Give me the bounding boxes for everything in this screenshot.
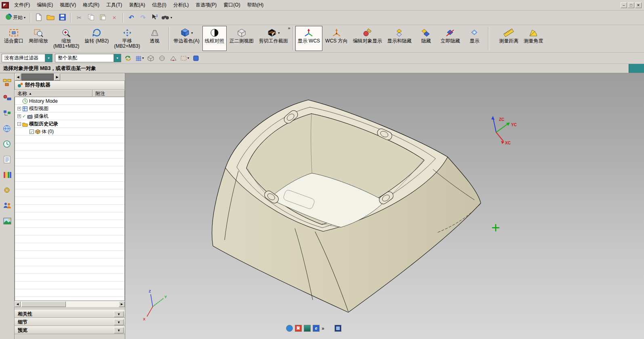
undo-button[interactable]: ↶ bbox=[126, 13, 137, 23]
delete-button[interactable]: ✕ bbox=[109, 13, 120, 23]
binoculars-button[interactable]: ▾ bbox=[161, 13, 172, 23]
web-browser-icon[interactable] bbox=[2, 124, 12, 133]
save-button[interactable] bbox=[57, 13, 67, 23]
combo-dropdown-icon[interactable]: ▾ bbox=[114, 54, 121, 62]
hide-button[interactable]: 隐藏 bbox=[414, 26, 438, 51]
expand-plus-icon[interactable]: + bbox=[17, 107, 21, 110]
grid-snap-icon[interactable]: ▾ bbox=[135, 54, 144, 63]
graphics-viewport[interactable]: ZC YC XC Z Y X bbox=[125, 73, 644, 339]
copy-button[interactable] bbox=[86, 13, 96, 23]
clip-section-button[interactable]: » ▾ 剪切工作截面 bbox=[257, 26, 290, 51]
part-navigator-icon[interactable] bbox=[2, 109, 12, 118]
rect-select-icon[interactable]: ▾ bbox=[180, 54, 189, 63]
wireframe-contrast-button[interactable]: 线框对照 bbox=[202, 26, 227, 51]
section-preview[interactable]: 预览 ∨ bbox=[15, 326, 125, 334]
mid-snap-icon[interactable] bbox=[169, 54, 178, 63]
section-expand-button[interactable]: ∨ bbox=[114, 311, 124, 317]
wcs-triad[interactable]: ZC YC XC bbox=[491, 116, 517, 145]
select-info-button[interactable]: i bbox=[149, 13, 160, 23]
scroll-left-arrow[interactable]: ◀ bbox=[15, 301, 21, 307]
section-dependencies[interactable]: 相关性 ∨ bbox=[15, 310, 125, 318]
column-header-name[interactable]: 名称 ▲ bbox=[15, 90, 93, 97]
process-tools-icon[interactable] bbox=[2, 186, 12, 195]
qq-app-icon[interactable]: 聚 bbox=[295, 325, 302, 332]
new-file-button[interactable] bbox=[34, 13, 44, 23]
fit-window-button[interactable]: 适合窗口 bbox=[2, 26, 26, 51]
menu-view[interactable]: 视图(V) bbox=[57, 0, 79, 10]
menu-tools[interactable]: 工具(T) bbox=[103, 0, 125, 10]
tree-row-body[interactable]: ✓ 体 (0) bbox=[15, 128, 124, 136]
zoom-area-button[interactable]: 局部缩放 bbox=[26, 26, 51, 51]
menu-format[interactable]: 格式(R) bbox=[80, 0, 103, 10]
paste-button[interactable] bbox=[97, 13, 108, 23]
section-expand-button[interactable]: ∨ bbox=[114, 327, 124, 333]
menu-assemblies[interactable]: 装配(A) bbox=[126, 0, 148, 10]
navigator-horizontal-scrollbar[interactable]: ◀ ▶ bbox=[15, 301, 125, 307]
media-app-icon[interactable] bbox=[304, 325, 311, 332]
menu-edit[interactable]: 编辑(E) bbox=[34, 0, 56, 10]
sphere-snap-icon[interactable] bbox=[158, 54, 166, 63]
measure-distance-button[interactable]: 测量距离 bbox=[497, 26, 521, 51]
tree-row-model-history[interactable]: - 模型历史记录 bbox=[15, 120, 124, 128]
measure-angle-button[interactable]: 测量角度 bbox=[521, 26, 545, 51]
rotate-button[interactable]: 旋转 (MB2) bbox=[82, 26, 111, 51]
column-header-note[interactable]: 附注 bbox=[93, 90, 125, 97]
restore-button[interactable]: □ bbox=[628, 2, 634, 8]
history-palette-icon[interactable] bbox=[2, 140, 12, 148]
menu-file[interactable]: 文件(F) bbox=[11, 0, 33, 10]
information-list-icon[interactable] bbox=[2, 155, 12, 164]
hide-now-button[interactable]: 立即隐藏 bbox=[438, 26, 462, 51]
scrollbar-thumb[interactable] bbox=[21, 301, 66, 307]
tab-scroll-left-button[interactable]: ◀ bbox=[15, 74, 21, 81]
window-app-icon[interactable] bbox=[335, 325, 341, 332]
docked-panel-handle[interactable] bbox=[629, 64, 644, 73]
tree-row-history-mode[interactable]: History Mode bbox=[15, 97, 124, 105]
combo-dropdown-icon[interactable]: ▾ bbox=[45, 54, 52, 62]
snap-settings-icon[interactable] bbox=[124, 54, 133, 63]
close-button[interactable]: ✕ bbox=[635, 2, 642, 8]
expand-plus-icon[interactable]: + bbox=[17, 114, 21, 118]
redo-button[interactable]: ↷ bbox=[138, 13, 148, 23]
shaded-with-edges-button[interactable]: ▾ 带边着色(A) bbox=[171, 26, 202, 51]
open-button[interactable] bbox=[45, 13, 56, 23]
toolbar-overflow-icon[interactable]: » bbox=[288, 25, 290, 30]
3d-model-canvas[interactable]: ZC YC XC Z Y X bbox=[125, 73, 644, 339]
stop-selection-icon[interactable] bbox=[192, 54, 200, 63]
tree-row-model-views[interactable]: + 模型视图 bbox=[15, 105, 124, 112]
minimize-button[interactable]: – bbox=[621, 2, 627, 8]
show-wcs-button[interactable]: 显示 WCS bbox=[295, 26, 322, 51]
browser-icon[interactable]: e bbox=[313, 325, 320, 332]
tab-scroll-right-button[interactable]: ▶ bbox=[54, 74, 60, 81]
menu-preferences[interactable]: 首选项(P) bbox=[192, 0, 220, 10]
roles-icon[interactable] bbox=[2, 201, 12, 210]
menu-window[interactable]: 窗口(O) bbox=[220, 0, 243, 10]
menu-analysis[interactable]: 分析(L) bbox=[170, 0, 192, 10]
tree-row-cameras[interactable]: + ✓ 摄像机 bbox=[15, 112, 124, 120]
edit-object-display-button[interactable]: 编辑对象显示 bbox=[350, 26, 384, 51]
assembly-navigator-icon[interactable] bbox=[2, 78, 12, 87]
collapsed-tab[interactable] bbox=[21, 74, 54, 81]
navigator-tree[interactable]: History Mode + 模型视图 + ✓ 摄像机 - 模型历史记录 bbox=[15, 97, 125, 301]
section-details[interactable]: 细节 ∨ bbox=[15, 318, 125, 326]
scene-gallery-icon[interactable] bbox=[2, 216, 12, 225]
selection-scope-combo[interactable]: 整个装配 ▾ bbox=[55, 54, 121, 62]
expand-minus-icon[interactable]: - bbox=[17, 122, 21, 126]
show-button[interactable]: 显示 bbox=[463, 26, 486, 51]
scrollbar-track[interactable] bbox=[21, 301, 119, 307]
taskbar-overflow-icon[interactable]: » bbox=[322, 326, 324, 331]
body-checkbox[interactable]: ✓ bbox=[29, 129, 34, 134]
section-expand-button[interactable]: ∨ bbox=[114, 319, 124, 325]
solid-snap-icon[interactable] bbox=[146, 54, 155, 63]
selection-filter-combo[interactable]: 没有选择过滤器 ▾ bbox=[2, 54, 53, 62]
trimetric-view-button[interactable]: 正二测视图 bbox=[227, 26, 256, 51]
constraint-navigator-icon[interactable] bbox=[2, 93, 12, 102]
messenger-icon[interactable] bbox=[286, 325, 293, 332]
pan-button[interactable]: 平移 (MB2+MB3) bbox=[112, 26, 142, 51]
perspective-button[interactable]: 透视 bbox=[143, 26, 166, 51]
color-palette-icon[interactable] bbox=[2, 170, 12, 179]
zoom-button[interactable]: 缩放 (MB1+MB2) bbox=[51, 26, 82, 51]
menu-help[interactable]: 帮助(H) bbox=[244, 0, 267, 10]
wcs-orient-button[interactable]: WCS 方向 bbox=[323, 26, 350, 51]
cut-button[interactable]: ✂ bbox=[74, 13, 84, 23]
menu-information[interactable]: 信息(I) bbox=[149, 0, 169, 10]
